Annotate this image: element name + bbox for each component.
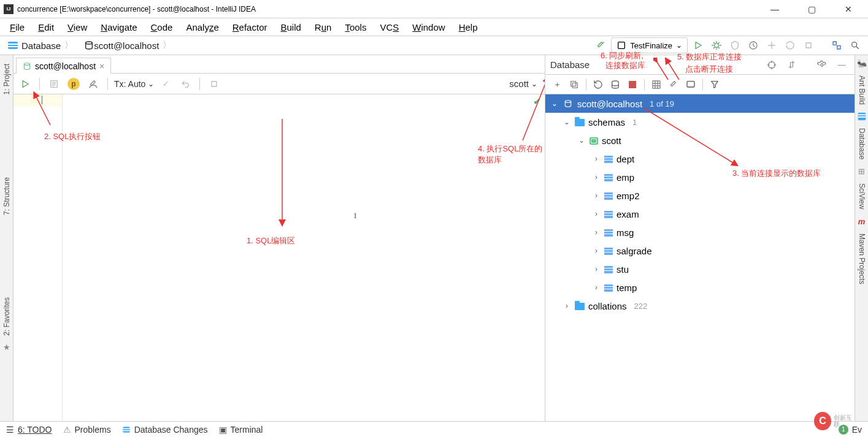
menu-window[interactable]: Window [406,21,451,34]
coverage-button[interactable] [727,37,743,53]
sciview-tool-tab[interactable]: SciView [856,180,867,213]
db-disconnect-button[interactable] [624,77,640,93]
stop-button[interactable] [801,37,816,53]
settings-tool-button[interactable] [85,76,101,92]
close-button[interactable]: ✕ [836,4,861,14]
tree-node-schema-scott[interactable]: ⌄ scott [545,131,855,150]
db-hide-icon[interactable]: — [834,57,850,73]
db-sync-button[interactable] [607,77,623,93]
ant-icon: 🐜 [857,59,867,68]
expand-icon[interactable]: › [563,302,571,310]
chevron-down-icon: ⌄ [676,41,682,50]
explain-plan-button[interactable] [46,76,62,92]
expand-icon[interactable]: ⌄ [563,118,571,126]
search-button[interactable] [847,37,863,53]
expand-icon[interactable]: › [592,228,601,237]
star-icon: ★ [3,343,10,352]
tree-node-table[interactable]: ›stu [545,260,855,278]
expand-icon[interactable]: › [592,283,601,292]
project-tool-tab[interactable]: 1: Project [1,60,12,99]
rerun-button[interactable] [782,37,798,53]
close-tab-icon[interactable]: × [99,61,104,71]
menu-run[interactable]: Run [309,21,338,34]
tree-node-collations[interactable]: › collations 222 [545,297,855,315]
tree-node-schemas[interactable]: ⌄ schemas 1 [545,113,855,131]
tree-node-table[interactable]: ›msg [545,223,855,241]
structure-tool-tab[interactable]: 7: Structure [1,173,12,219]
tree-root-connection[interactable]: ⌄ scott@localhost 1 of 19 [545,94,855,113]
db-settings-icon[interactable] [814,57,830,73]
sql-editor[interactable]: ✔ 1. SQL编辑区 2. SQL执行按钮 4. 执行SQL所在的数据库 I [63,94,545,421]
svg-rect-8 [212,82,217,86]
expand-icon[interactable]: › [592,246,601,255]
favorites-tool-tab[interactable]: 2: Favorites [1,294,12,340]
menu-tools[interactable]: Tools [339,21,372,34]
db-collapse-icon[interactable]: ⇵ [783,57,799,73]
p-badge-button[interactable]: p [66,76,82,92]
editor-tab-connection[interactable]: scott@localhost × [16,58,111,74]
menu-refactor[interactable]: Refactor [226,21,274,34]
database-tool-tab[interactable]: Database [856,124,867,163]
expand-icon[interactable]: › [592,154,601,163]
db-duplicate-button[interactable] [566,77,582,93]
database-toolbar: ＋ [545,75,855,94]
execute-sql-button[interactable] [17,76,33,92]
db-console-button[interactable] [683,77,699,93]
menu-code[interactable]: Code [145,21,179,34]
ant-tool-tab[interactable]: Ant Build [856,72,867,108]
run-config-selector[interactable]: TestFinalize ⌄ [611,37,688,53]
tree-node-table[interactable]: ›temp [545,278,855,297]
status-problems[interactable]: ⚠Problems [63,425,111,435]
menu-build[interactable]: Build [274,21,307,34]
profile-button[interactable] [745,37,761,53]
menu-edit[interactable]: Edit [32,21,60,34]
db-edit-button[interactable] [666,77,682,93]
db-add-button[interactable]: ＋ [549,77,565,93]
status-terminal[interactable]: ▣Terminal [219,425,263,435]
tree-node-table[interactable]: ›salgrade [545,241,855,260]
rollback-button[interactable] [177,76,193,92]
db-tableview-button[interactable] [648,77,664,93]
db-refresh-button[interactable] [590,77,606,93]
run-button[interactable] [690,37,706,53]
expand-icon[interactable]: › [592,173,601,181]
breadcrumb-database[interactable]: Database 〉 [2,37,79,54]
menu-help[interactable]: Help [453,21,484,34]
menu-analyze[interactable]: Analyze [180,21,225,34]
expand-icon[interactable]: › [592,210,601,218]
expand-icon[interactable]: › [592,265,601,273]
chevron-right-icon: 〉 [163,40,171,51]
build-button[interactable] [593,37,609,53]
git-button[interactable] [829,37,845,53]
attach-button[interactable] [764,37,780,53]
db-filter-button[interactable] [707,77,723,93]
tree-node-table[interactable]: ›emp2 [545,186,855,205]
table-icon [604,266,613,273]
debug-button[interactable] [709,37,724,53]
tree-node-table[interactable]: ›exam [545,205,855,223]
menu-view[interactable]: View [61,21,93,34]
db-target-icon[interactable] [764,57,780,73]
schema-selector[interactable]: scott⌄ [509,78,537,89]
cancel-query-button[interactable] [206,76,222,92]
db-tab-icon [23,62,31,70]
menu-navigate[interactable]: Navigate [94,21,143,34]
commit-button[interactable]: ✓ [158,76,174,92]
expand-icon[interactable]: ⌄ [577,136,586,145]
watermark: C 创新互联 [814,410,857,432]
minimize-button[interactable]: — [762,4,787,14]
maximize-button[interactable]: ▢ [799,4,824,14]
status-db-changes[interactable]: Database Changes [122,425,208,435]
tree-node-label: temp [616,283,637,293]
expand-icon[interactable]: ⌄ [550,99,559,108]
maven-tool-tab[interactable]: Maven Projects [856,230,867,288]
breadcrumb-connection[interactable]: scott@localhost 〉 [79,37,177,54]
tx-mode-selector[interactable]: Tx: Auto⌄ [114,79,154,89]
tree-node-table[interactable]: ›dept [545,150,855,168]
status-todo[interactable]: ☰6: TODO [6,425,52,435]
folder-icon [575,303,585,310]
expand-icon[interactable]: › [592,191,601,200]
tree-node-table[interactable]: ›emp [545,168,855,186]
menu-vcs[interactable]: VCS [374,21,405,34]
menu-file[interactable]: File [4,21,31,34]
